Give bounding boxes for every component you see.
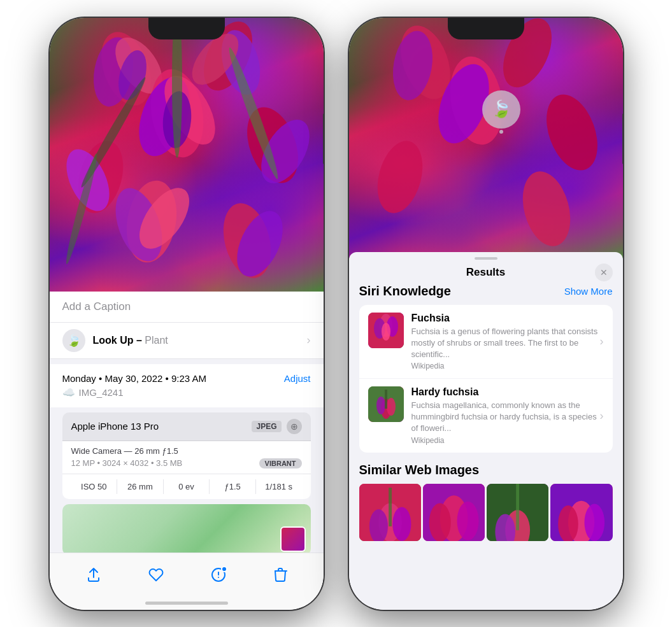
fuchsia-source: Wikipedia [411,362,604,370]
exif-row: ISO 50 26 mm 0 ev ƒ1.5 1/181 s [62,474,311,499]
right-phone: 🍃 Results ✕ Siri Knowledge Show More [349,18,623,610]
photo-thumbnail [280,526,306,552]
fuchsia-text: Fuchsia Fuchsia is a genus of flowering … [411,313,604,371]
results-photo-area: 🍃 [349,18,623,260]
info-active-badge [221,566,227,572]
camera-spec: Wide Camera — 26 mm ƒ1.5 [71,446,302,456]
lookup-row[interactable]: 🍃 Look Up – Plant › [50,323,324,359]
svg-point-32 [515,166,578,251]
hardy-name: Hardy fuchsia [411,386,604,398]
svg-point-46 [392,507,411,540]
similar-section: Similar Web Images [359,463,613,541]
svg-point-31 [370,136,430,218]
lookup-icon: 🍃 [62,329,85,352]
hardy-source: Wikipedia [411,436,604,445]
svg-point-58 [558,505,578,541]
device-section: Apple iPhone 13 Pro JPEG ⊕ Wide Camera —… [62,412,311,499]
exif-mm: 26 mm [117,479,164,494]
fuchsia-name: Fuchsia [411,313,604,324]
share-button[interactable] [86,567,101,582]
adjust-button[interactable]: Adjust [284,373,311,384]
caption-area[interactable]: Add a Caption [50,292,324,323]
results-panel: Results ✕ Siri Knowledge Show More [349,252,623,610]
fuchsia-chevron: › [600,335,604,348]
exif-ev: 0 ev [164,479,210,494]
hardy-text: Hardy fuchsia Fuchsia magellanica, commo… [411,386,604,445]
svg-point-59 [585,504,605,540]
svg-point-51 [457,502,478,540]
similar-img-3[interactable] [487,484,548,541]
leaf-icon: 🍃 [67,334,81,348]
similar-title: Similar Web Images [359,463,613,477]
close-button[interactable]: ✕ [595,264,613,281]
vibrant-badge: VIBRANT [259,458,302,468]
favorite-button[interactable] [148,567,164,582]
svg-point-50 [429,503,450,541]
similar-images [359,484,613,541]
photo-area [50,18,324,292]
similar-img-1[interactable] [359,484,421,541]
similar-img-2[interactable] [423,484,485,541]
results-content: Siri Knowledge Show More [349,284,623,541]
info-section: Add a Caption 🍃 Look Up – Plant › Monday… [50,292,324,555]
lookup-chevron: › [307,334,311,347]
hardy-fuchsia-item[interactable]: Hardy fuchsia Fuchsia magellanica, commo… [359,379,613,453]
map-preview [62,504,311,555]
svg-point-30 [536,87,606,177]
photo-filename: ☁️ IMG_4241 [62,386,311,398]
exif-shutter: 1/181 s [256,479,302,494]
hardy-thumb [368,386,404,422]
svg-rect-42 [385,390,387,409]
location-icon: ⊕ [287,419,302,434]
svg-point-37 [382,323,390,341]
photo-date: Monday • May 30, 2022 • 9:23 AM [62,373,206,384]
svg-point-40 [376,397,385,414]
hardy-desc: Fuchsia magellanica, commonly known as t… [411,400,604,435]
similar-img-4[interactable] [550,484,612,541]
meta-section: Monday • May 30, 2022 • 9:23 AM Adjust ☁… [50,364,324,407]
device-name: Apple iPhone 13 Pro [71,421,159,432]
left-phone: Add a Caption 🍃 Look Up – Plant › Monday… [50,18,324,610]
lookup-label: Look Up – Plant [93,335,168,346]
svg-rect-55 [516,484,519,530]
knowledge-card: Fuchsia Fuchsia is a genus of flowering … [359,305,613,453]
siri-dot [499,130,503,134]
fuchsia-thumb [368,313,404,348]
caption-placeholder[interactable]: Add a Caption [62,300,131,313]
svg-point-27 [493,18,561,95]
results-header: Results ✕ [349,260,623,284]
svg-rect-47 [389,488,392,526]
fuchsia-item[interactable]: Fuchsia Fuchsia is a genus of flowering … [359,305,613,379]
device-row: Apple iPhone 13 Pro JPEG ⊕ [62,412,311,441]
info-button[interactable] [211,567,226,582]
mp-spec: 12 MP • 3024 × 4032 • 3.5 MB VIBRANT [71,458,302,468]
svg-point-41 [387,398,396,416]
spec-row: Wide Camera — 26 mm ƒ1.5 12 MP • 3024 × … [62,441,311,474]
jpeg-badge: JPEG [252,421,281,432]
siri-knowledge-title: Siri Knowledge [359,284,451,299]
siri-knowledge-header: Siri Knowledge Show More [359,284,613,299]
exif-iso: ISO 50 [71,479,118,494]
fuchsia-desc: Fuchsia is a genus of flowering plants t… [411,326,604,361]
show-more-button[interactable]: Show More [564,286,613,297]
delete-button[interactable] [273,567,287,582]
hardy-chevron: › [600,409,604,422]
home-indicator [145,602,228,605]
device-badges: JPEG ⊕ [252,419,301,434]
cloud-icon: ☁️ [62,386,75,398]
siri-bubble: 🍃 [482,90,520,129]
results-title: Results [466,266,505,279]
exif-aperture: ƒ1.5 [210,479,256,494]
